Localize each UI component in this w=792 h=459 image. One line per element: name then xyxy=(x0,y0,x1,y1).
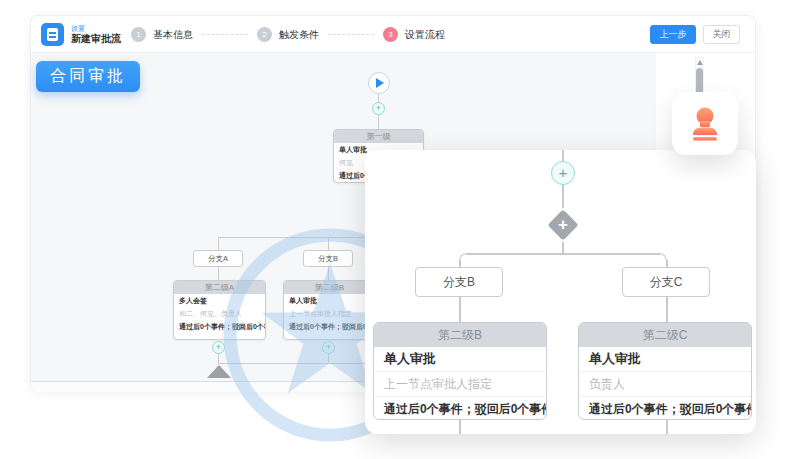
flow-connector xyxy=(328,267,329,280)
step-number: 2 xyxy=(257,27,272,42)
branch-box-b[interactable]: 分支B xyxy=(303,250,353,267)
node-assignee: 负责人 xyxy=(579,372,751,397)
flow-connector xyxy=(562,150,564,161)
branch-box-a[interactable]: 分支A xyxy=(193,250,243,267)
node-assignee: 上一节点审批人指定 xyxy=(284,307,375,320)
flow-connector xyxy=(666,420,668,434)
stepper: 1 基本信息 2 触发条件 3 设置流程 xyxy=(131,16,445,53)
flow-connector xyxy=(459,297,461,322)
flow-connector xyxy=(378,115,379,129)
add-node-button[interactable]: + xyxy=(322,341,335,354)
node-approval-type: 多人会签 xyxy=(174,294,265,307)
play-icon xyxy=(376,78,384,88)
close-button[interactable]: 关闭 xyxy=(703,25,740,44)
flow-connector xyxy=(459,260,461,267)
flow-connector xyxy=(562,185,564,208)
step-basic-info[interactable]: 1 基本信息 xyxy=(131,27,193,42)
flow-connector xyxy=(466,253,660,255)
node-card-level2a[interactable]: 第二级A 多人会签 和二、何见、负责人 通过后0个事件；驳回后0个事件 xyxy=(173,280,266,340)
branch-box-b[interactable]: 分支B xyxy=(415,267,503,297)
flow-connector xyxy=(378,94,379,102)
flow-connector xyxy=(218,237,219,250)
node-card-title: 第二级C xyxy=(579,323,751,347)
add-node-button[interactable]: + xyxy=(372,102,385,115)
window-header: 设置 新建审批流 1 基本信息 2 触发条件 3 设置流程 xyxy=(31,16,755,53)
node-card-level2b[interactable]: 第二级B 单人审批 上一节点审批人指定 通过后0个事件；驳回后0个事件 xyxy=(283,280,376,340)
stamp-card xyxy=(672,92,738,155)
node-approval-type: 单人审批 xyxy=(579,347,751,372)
add-node-button[interactable]: + xyxy=(551,161,575,185)
flow-name-badge: 合同审批 xyxy=(36,61,140,92)
node-assignee: 上一节点审批人指定 xyxy=(374,372,546,397)
step-label: 触发条件 xyxy=(279,28,319,42)
node-events: 通过后0个事件；驳回后0个事件 xyxy=(284,320,375,333)
stamp-icon xyxy=(688,106,722,142)
step-number: 3 xyxy=(383,27,398,42)
gateway-node[interactable] xyxy=(547,209,578,240)
node-card-title: 第一级 xyxy=(334,130,423,143)
flow-connector xyxy=(218,267,219,280)
start-node[interactable] xyxy=(368,72,390,94)
node-card-level2b[interactable]: 第二级B 单人审批 上一节点审批人指定 通过后0个事件；驳回后0个事件 xyxy=(373,322,547,420)
brand: 设置 新建审批流 xyxy=(41,23,121,46)
flow-connector xyxy=(562,242,564,253)
step-connector xyxy=(202,34,248,35)
node-card-title: 第二级A xyxy=(174,281,265,294)
page-title: 新建审批流 xyxy=(71,34,121,44)
node-events: 通过后0个事件；驳回后0个事件 xyxy=(579,397,751,420)
node-card-level2c[interactable]: 第二级C 单人审批 负责人 通过后0个事件；驳回后0个事件 xyxy=(578,322,752,420)
node-card-title: 第二级B xyxy=(284,281,375,294)
step-label: 设置流程 xyxy=(405,28,445,42)
merge-end-marker xyxy=(207,365,231,378)
node-events: 通过后0个事件；驳回后0个事件 xyxy=(174,320,265,333)
flow-zoom-panel: + + 分支B 分支C 第二级B 单人审批 上一节点审批人指定 通过后0个事件；… xyxy=(365,150,756,434)
add-node-button[interactable]: + xyxy=(212,341,225,354)
composite-screenshot: 设置 新建审批流 1 基本信息 2 触发条件 3 设置流程 xyxy=(0,0,792,459)
node-events: 通过后0个事件；驳回后0个事件 xyxy=(374,397,546,420)
step-label: 基本信息 xyxy=(153,28,193,42)
node-approval-type: 单人审批 xyxy=(284,294,375,307)
node-approval-type: 单人审批 xyxy=(374,347,546,372)
branch-box-c[interactable]: 分支C xyxy=(622,267,710,297)
step-trigger-condition[interactable]: 2 触发条件 xyxy=(257,27,319,42)
flow-connector xyxy=(459,420,461,434)
node-card-title: 第二级B xyxy=(374,323,546,347)
step-set-flow[interactable]: 3 设置流程 xyxy=(383,27,445,42)
scroll-up-icon[interactable] xyxy=(697,60,703,65)
step-connector xyxy=(328,34,374,35)
document-icon xyxy=(47,28,58,41)
flow-connector xyxy=(666,297,668,322)
node-assignee: 和二、何见、负责人 xyxy=(174,307,265,320)
flow-connector xyxy=(328,237,329,250)
step-number: 1 xyxy=(131,27,146,42)
previous-step-button[interactable]: 上一步 xyxy=(650,25,696,44)
flow-connector xyxy=(218,354,219,363)
brand-subtitle: 设置 xyxy=(71,25,121,32)
app-icon xyxy=(41,23,64,46)
flow-connector xyxy=(328,354,329,363)
flow-connector xyxy=(666,260,668,267)
